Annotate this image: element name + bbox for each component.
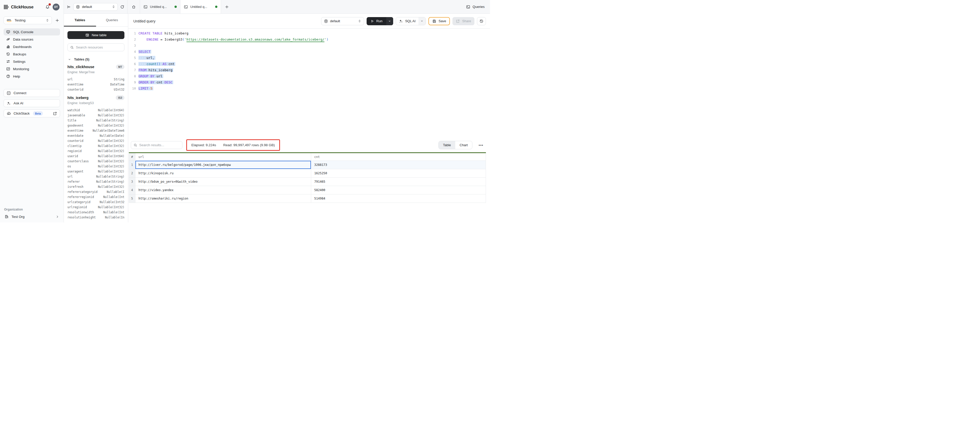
database-selector-editor[interactable]: default bbox=[321, 17, 364, 25]
table-row: 3 http://bdsm_po_yers=0&with_video 79146… bbox=[129, 177, 486, 186]
organization-row[interactable]: Test Org bbox=[4, 215, 59, 219]
editor-gutter: 12345678910 bbox=[128, 30, 136, 138]
url-cell[interactable]: http://liver.ru/belgorod/page/1006.jки/д… bbox=[135, 161, 311, 169]
query-tab-1[interactable]: Untitled q... bbox=[140, 0, 180, 14]
help-icon bbox=[6, 74, 10, 78]
row-index: 3 bbox=[129, 177, 135, 186]
search-icon bbox=[70, 46, 74, 49]
column-type: Nullable(Int64) bbox=[98, 108, 124, 113]
results-search-input[interactable] bbox=[139, 143, 180, 147]
database-selector-top[interactable]: default bbox=[73, 3, 118, 11]
column-row: counterclass Nullable(Int32) bbox=[67, 159, 124, 164]
sidebar-item-dashboards[interactable]: Dashboards bbox=[3, 43, 60, 50]
home-button[interactable] bbox=[127, 0, 140, 14]
line-number: 9 bbox=[128, 79, 136, 86]
query-title[interactable]: Untitled query bbox=[134, 19, 318, 23]
refresh-button[interactable] bbox=[120, 5, 124, 9]
column-name: counterid bbox=[67, 138, 83, 143]
column-row: referer Nullable(String) bbox=[67, 179, 124, 184]
datasources-icon bbox=[6, 37, 10, 41]
cnt-cell[interactable]: 791465 bbox=[311, 177, 486, 186]
chevron-down-icon bbox=[68, 58, 71, 61]
cnt-cell[interactable]: 514984 bbox=[311, 195, 486, 203]
more-options-button[interactable]: ••• bbox=[476, 143, 486, 147]
resources-tab-tables[interactable]: Tables bbox=[64, 14, 96, 26]
column-name: javaenable bbox=[67, 113, 85, 118]
cnt-cell[interactable]: 1625250 bbox=[311, 169, 486, 177]
view-option-table[interactable]: Table bbox=[439, 141, 455, 149]
column-type: Nullable(Int64) bbox=[98, 154, 124, 159]
editor-panel: Untitled query default Run bbox=[128, 14, 490, 223]
tables-group-header[interactable]: Tables (5) bbox=[68, 57, 124, 61]
sidebar-item-backups[interactable]: Backups bbox=[3, 51, 60, 58]
query-tabs: Untitled q... Untitled q... bbox=[140, 0, 221, 14]
column-name: userid bbox=[67, 154, 78, 159]
resources-tabs: Tables Queries bbox=[64, 14, 128, 27]
column-row: urlcategoryid Nullable(Int32 bbox=[67, 200, 124, 204]
column-type: String bbox=[114, 77, 124, 82]
new-tab-button[interactable] bbox=[221, 0, 233, 14]
share-button[interactable]: Share bbox=[452, 17, 474, 25]
table-row: 5 http://smeshariki.ru/region 514984 bbox=[129, 195, 486, 203]
new-table-button[interactable]: New table bbox=[67, 31, 124, 39]
engine-badge: IS3 bbox=[116, 95, 124, 100]
workspace-selector[interactable]: aws Testing bbox=[3, 16, 52, 24]
header-index[interactable]: # bbox=[129, 153, 135, 160]
add-workspace-button[interactable] bbox=[54, 18, 60, 22]
query-tab-label: Untitled q... bbox=[150, 5, 167, 9]
topbar-left-controls: default bbox=[64, 0, 127, 14]
building-icon bbox=[5, 215, 9, 219]
header-cnt[interactable]: cnt bbox=[311, 153, 486, 160]
resources-tab-queries[interactable]: Queries bbox=[96, 14, 128, 26]
chevron-down-icon bbox=[420, 20, 423, 22]
column-type: Nullable(Int32) bbox=[98, 184, 124, 189]
sidebar-item-help[interactable]: Help bbox=[3, 73, 60, 80]
resource-table-header[interactable]: hits_iceberg IS3 bbox=[67, 95, 124, 100]
history-button[interactable] bbox=[477, 17, 486, 25]
cnt-cell[interactable]: 582400 bbox=[311, 186, 486, 194]
shortcut-ask-ai[interactable]: Ask AI bbox=[3, 99, 60, 107]
sidebar-item-data-sources[interactable]: Data sources bbox=[3, 36, 60, 43]
query-stats-annotation-box: Elapsed: 9.224s Read: 99,997,497 rows (9… bbox=[186, 139, 280, 151]
column-row: urlregionid Nullable(Int32) bbox=[67, 204, 124, 210]
shortcut-clickstack[interactable]: ClickStack Beta bbox=[3, 109, 60, 117]
column-row: eventdate Nullable(Date) bbox=[67, 133, 124, 138]
line-number: 2 bbox=[128, 36, 136, 43]
sql-ai-button[interactable]: SQL AI bbox=[396, 17, 426, 25]
sql-ai-options-button[interactable] bbox=[418, 17, 426, 25]
database-icon bbox=[76, 5, 80, 9]
notifications-button[interactable] bbox=[45, 4, 50, 10]
resource-table-header[interactable]: hits_clickhouse MT bbox=[67, 65, 124, 69]
sidebar-item-settings[interactable]: Settings bbox=[3, 58, 60, 65]
column-name: resolutionheight bbox=[67, 215, 96, 220]
run-button[interactable]: Run bbox=[367, 17, 386, 25]
cnt-cell[interactable]: 3288173 bbox=[311, 161, 486, 169]
url-cell[interactable]: http://kinopoisk.ru bbox=[135, 169, 311, 177]
resources-search-input[interactable] bbox=[76, 46, 122, 49]
shortcut-connect[interactable]: Connect bbox=[3, 89, 60, 97]
sidebar-item-sql-console[interactable]: SQL Console bbox=[3, 29, 60, 35]
sql-editor[interactable]: 12345678910 CREATE TABLE hits_iceberg EN… bbox=[128, 29, 490, 138]
database-selector-value: default bbox=[82, 5, 92, 9]
save-button[interactable]: Save bbox=[428, 17, 450, 25]
queries-button[interactable]: Queries bbox=[461, 0, 490, 14]
sidebar-item-monitoring[interactable]: Monitoring bbox=[3, 65, 60, 73]
url-cell[interactable]: http://video.yandex bbox=[135, 186, 311, 194]
run-options-button[interactable] bbox=[386, 17, 393, 25]
monitoring-icon bbox=[6, 67, 10, 71]
url-cell[interactable]: http://bdsm_po_yers=0&with_video bbox=[135, 177, 311, 186]
column-list: watchid Nullable(Int64) javaenable Nulla… bbox=[67, 108, 124, 220]
collapse-sidebar-button[interactable] bbox=[67, 5, 71, 9]
query-tab-2[interactable]: Untitled q... bbox=[180, 0, 221, 14]
column-row: goodevent Nullable(Int32) bbox=[67, 123, 124, 128]
resources-search bbox=[67, 43, 124, 51]
avatar[interactable]: DT bbox=[52, 3, 59, 11]
results-header-row: # url cnt bbox=[129, 153, 486, 161]
column-row: javaenable Nullable(Int32) bbox=[67, 113, 124, 118]
unsaved-dot bbox=[215, 6, 217, 8]
header-url[interactable]: url bbox=[135, 153, 311, 160]
column-name: watchid bbox=[67, 108, 80, 113]
url-cell[interactable]: http://smeshariki.ru/region bbox=[135, 195, 311, 203]
code-line: ORDER·BY·cnt·DESC bbox=[138, 79, 490, 86]
view-option-chart[interactable]: Chart bbox=[455, 141, 472, 149]
